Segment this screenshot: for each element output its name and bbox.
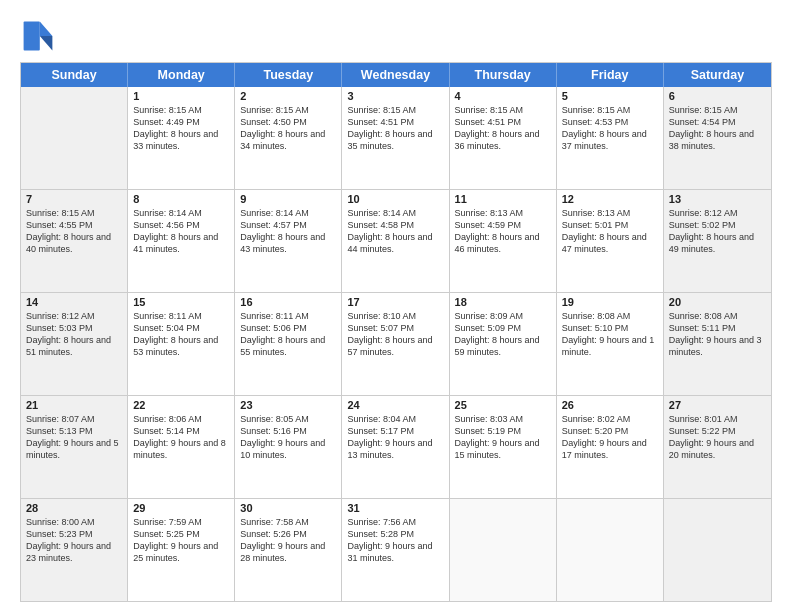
sunrise-text: Sunrise: 8:12 AM: [669, 207, 766, 219]
cal-cell: 4 Sunrise: 8:15 AM Sunset: 4:51 PM Dayli…: [450, 87, 557, 189]
sunrise-text: Sunrise: 8:14 AM: [347, 207, 443, 219]
daylight-text: Daylight: 9 hours and 8 minutes.: [133, 437, 229, 461]
sunset-text: Sunset: 4:55 PM: [26, 219, 122, 231]
cal-cell: 15 Sunrise: 8:11 AM Sunset: 5:04 PM Dayl…: [128, 293, 235, 395]
sunrise-text: Sunrise: 8:05 AM: [240, 413, 336, 425]
header-day-friday: Friday: [557, 63, 664, 87]
daylight-text: Daylight: 8 hours and 57 minutes.: [347, 334, 443, 358]
cal-cell: 21 Sunrise: 8:07 AM Sunset: 5:13 PM Dayl…: [21, 396, 128, 498]
day-number: 21: [26, 399, 122, 411]
cal-cell: [557, 499, 664, 601]
sunset-text: Sunset: 4:57 PM: [240, 219, 336, 231]
daylight-text: Daylight: 9 hours and 1 minute.: [562, 334, 658, 358]
cal-cell: 7 Sunrise: 8:15 AM Sunset: 4:55 PM Dayli…: [21, 190, 128, 292]
cal-cell: [664, 499, 771, 601]
cal-cell: 19 Sunrise: 8:08 AM Sunset: 5:10 PM Dayl…: [557, 293, 664, 395]
cal-cell: 18 Sunrise: 8:09 AM Sunset: 5:09 PM Dayl…: [450, 293, 557, 395]
day-number: 16: [240, 296, 336, 308]
day-number: 19: [562, 296, 658, 308]
daylight-text: Daylight: 9 hours and 3 minutes.: [669, 334, 766, 358]
cal-cell: 11 Sunrise: 8:13 AM Sunset: 4:59 PM Dayl…: [450, 190, 557, 292]
calendar-body: 1 Sunrise: 8:15 AM Sunset: 4:49 PM Dayli…: [21, 87, 771, 601]
svg-marker-0: [40, 22, 53, 36]
sunrise-text: Sunrise: 8:15 AM: [240, 104, 336, 116]
logo: [20, 18, 60, 54]
sunset-text: Sunset: 4:53 PM: [562, 116, 658, 128]
daylight-text: Daylight: 8 hours and 35 minutes.: [347, 128, 443, 152]
cal-cell: 12 Sunrise: 8:13 AM Sunset: 5:01 PM Dayl…: [557, 190, 664, 292]
sunset-text: Sunset: 4:51 PM: [347, 116, 443, 128]
sunrise-text: Sunrise: 8:14 AM: [133, 207, 229, 219]
daylight-text: Daylight: 9 hours and 25 minutes.: [133, 540, 229, 564]
cal-cell: 9 Sunrise: 8:14 AM Sunset: 4:57 PM Dayli…: [235, 190, 342, 292]
cal-cell: 22 Sunrise: 8:06 AM Sunset: 5:14 PM Dayl…: [128, 396, 235, 498]
daylight-text: Daylight: 9 hours and 17 minutes.: [562, 437, 658, 461]
sunset-text: Sunset: 5:11 PM: [669, 322, 766, 334]
sunrise-text: Sunrise: 7:58 AM: [240, 516, 336, 528]
sunrise-text: Sunrise: 8:15 AM: [347, 104, 443, 116]
daylight-text: Daylight: 9 hours and 28 minutes.: [240, 540, 336, 564]
day-number: 30: [240, 502, 336, 514]
sunrise-text: Sunrise: 8:13 AM: [562, 207, 658, 219]
sunset-text: Sunset: 5:23 PM: [26, 528, 122, 540]
sunset-text: Sunset: 5:09 PM: [455, 322, 551, 334]
day-number: 10: [347, 193, 443, 205]
sunrise-text: Sunrise: 8:15 AM: [562, 104, 658, 116]
sunset-text: Sunset: 5:04 PM: [133, 322, 229, 334]
cal-cell: 23 Sunrise: 8:05 AM Sunset: 5:16 PM Dayl…: [235, 396, 342, 498]
cal-cell: 16 Sunrise: 8:11 AM Sunset: 5:06 PM Dayl…: [235, 293, 342, 395]
cal-cell: 25 Sunrise: 8:03 AM Sunset: 5:19 PM Dayl…: [450, 396, 557, 498]
cal-cell: 24 Sunrise: 8:04 AM Sunset: 5:17 PM Dayl…: [342, 396, 449, 498]
day-number: 22: [133, 399, 229, 411]
cal-cell: 8 Sunrise: 8:14 AM Sunset: 4:56 PM Dayli…: [128, 190, 235, 292]
day-number: 3: [347, 90, 443, 102]
header-day-tuesday: Tuesday: [235, 63, 342, 87]
sunrise-text: Sunrise: 8:07 AM: [26, 413, 122, 425]
cal-cell: 29 Sunrise: 7:59 AM Sunset: 5:25 PM Dayl…: [128, 499, 235, 601]
calendar-week-2: 7 Sunrise: 8:15 AM Sunset: 4:55 PM Dayli…: [21, 190, 771, 293]
day-number: 14: [26, 296, 122, 308]
sunset-text: Sunset: 5:13 PM: [26, 425, 122, 437]
sunset-text: Sunset: 4:50 PM: [240, 116, 336, 128]
daylight-text: Daylight: 9 hours and 20 minutes.: [669, 437, 766, 461]
header-day-wednesday: Wednesday: [342, 63, 449, 87]
sunset-text: Sunset: 4:58 PM: [347, 219, 443, 231]
calendar-week-4: 21 Sunrise: 8:07 AM Sunset: 5:13 PM Dayl…: [21, 396, 771, 499]
sunrise-text: Sunrise: 8:10 AM: [347, 310, 443, 322]
cal-cell: 14 Sunrise: 8:12 AM Sunset: 5:03 PM Dayl…: [21, 293, 128, 395]
sunrise-text: Sunrise: 8:01 AM: [669, 413, 766, 425]
cal-cell: 6 Sunrise: 8:15 AM Sunset: 4:54 PM Dayli…: [664, 87, 771, 189]
day-number: 13: [669, 193, 766, 205]
daylight-text: Daylight: 8 hours and 46 minutes.: [455, 231, 551, 255]
sunset-text: Sunset: 5:03 PM: [26, 322, 122, 334]
sunset-text: Sunset: 5:01 PM: [562, 219, 658, 231]
daylight-text: Daylight: 8 hours and 44 minutes.: [347, 231, 443, 255]
daylight-text: Daylight: 8 hours and 34 minutes.: [240, 128, 336, 152]
sunrise-text: Sunrise: 8:04 AM: [347, 413, 443, 425]
day-number: 29: [133, 502, 229, 514]
header-day-monday: Monday: [128, 63, 235, 87]
day-number: 2: [240, 90, 336, 102]
daylight-text: Daylight: 8 hours and 47 minutes.: [562, 231, 658, 255]
day-number: 9: [240, 193, 336, 205]
sunrise-text: Sunrise: 8:00 AM: [26, 516, 122, 528]
cal-cell: 27 Sunrise: 8:01 AM Sunset: 5:22 PM Dayl…: [664, 396, 771, 498]
cal-cell: 30 Sunrise: 7:58 AM Sunset: 5:26 PM Dayl…: [235, 499, 342, 601]
day-number: 26: [562, 399, 658, 411]
day-number: 20: [669, 296, 766, 308]
sunset-text: Sunset: 5:25 PM: [133, 528, 229, 540]
cal-cell: [450, 499, 557, 601]
day-number: 31: [347, 502, 443, 514]
daylight-text: Daylight: 8 hours and 41 minutes.: [133, 231, 229, 255]
sunrise-text: Sunrise: 8:15 AM: [669, 104, 766, 116]
sunrise-text: Sunrise: 8:15 AM: [133, 104, 229, 116]
daylight-text: Daylight: 9 hours and 13 minutes.: [347, 437, 443, 461]
header-day-sunday: Sunday: [21, 63, 128, 87]
cal-cell: 3 Sunrise: 8:15 AM Sunset: 4:51 PM Dayli…: [342, 87, 449, 189]
sunrise-text: Sunrise: 8:02 AM: [562, 413, 658, 425]
day-number: 7: [26, 193, 122, 205]
cal-cell: 2 Sunrise: 8:15 AM Sunset: 4:50 PM Dayli…: [235, 87, 342, 189]
cal-cell: 13 Sunrise: 8:12 AM Sunset: 5:02 PM Dayl…: [664, 190, 771, 292]
calendar-week-5: 28 Sunrise: 8:00 AM Sunset: 5:23 PM Dayl…: [21, 499, 771, 601]
cal-cell: 26 Sunrise: 8:02 AM Sunset: 5:20 PM Dayl…: [557, 396, 664, 498]
